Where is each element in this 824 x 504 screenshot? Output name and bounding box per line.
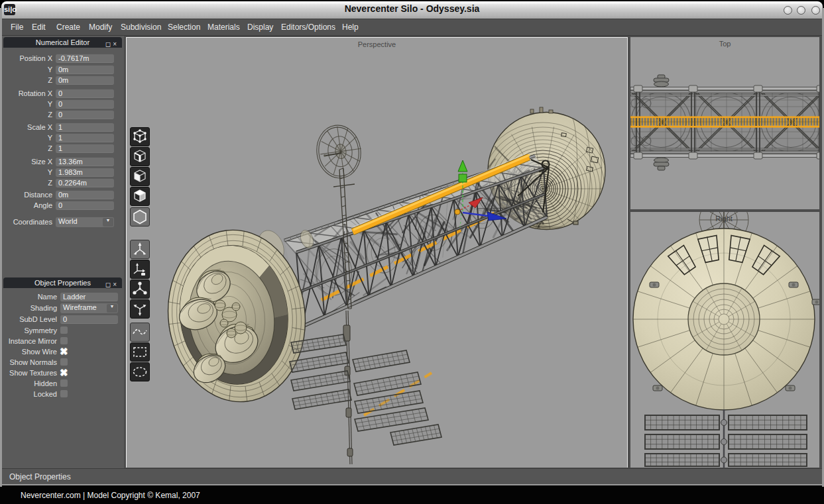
svg-text:Right: Right	[715, 215, 733, 223]
